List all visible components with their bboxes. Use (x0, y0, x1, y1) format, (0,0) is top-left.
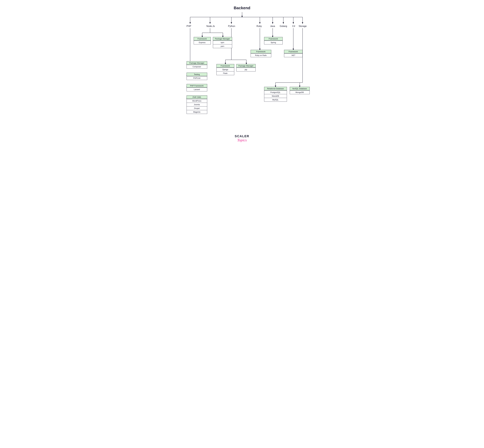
ruby-framework-header: Framework (251, 50, 271, 53)
php-cms-header: PHP CMS (187, 96, 207, 99)
php-framework-header: PHP Framework (187, 84, 207, 88)
php-pkg-header: Package Manager (187, 61, 207, 65)
csharp-framework-net: .NET (284, 53, 302, 57)
php-cms-node: PHP CMS WordPress Joomla Drupal Magento (187, 95, 207, 114)
page-title: Backend (178, 3, 306, 10)
python-framework-flask: Flask (217, 71, 234, 75)
relational-db-header: Relational Database (264, 87, 287, 90)
footer-scaler: SCALER (235, 134, 249, 138)
nodejs-framework-node: Framework Express (194, 37, 211, 44)
nosql-db-mongodb: MongoDB (290, 90, 309, 94)
footer: SCALER Topics (235, 134, 249, 142)
relational-db-node: Relational Database PostgreSQL MariaDB M… (264, 87, 287, 102)
ruby-framework-node: Framework Ruby on Rails (251, 50, 271, 57)
lang-python: Python (228, 25, 235, 27)
relational-db-postgresql: PostgreSQL (264, 90, 287, 94)
php-testing-header: Testing (187, 73, 207, 76)
python-framework-node: Framework Django Flask (216, 64, 234, 75)
python-pkg-node: Package Manager pip (236, 64, 256, 72)
relational-db-mysql: MySQL (264, 98, 287, 102)
php-pkg-composer: Composer (187, 65, 207, 68)
lang-php: PHP (187, 25, 191, 27)
lang-golang: Golang (280, 25, 287, 27)
lang-csharp: C# (292, 25, 295, 27)
nodejs-pkg-npm: npm (213, 40, 232, 44)
nodejs-pkg-yarn: yarn (213, 44, 232, 48)
php-testing-node: Testing PHPUnit (187, 72, 207, 80)
java-framework-spring: Spring (264, 40, 283, 44)
nosql-db-node: NoSQL Database MongoDB (290, 87, 310, 94)
php-cms-drupal: Drupal (187, 106, 207, 110)
python-pkg-header: Package Manager (237, 64, 255, 68)
python-pkg-pip: pip (237, 68, 255, 71)
lang-ruby: Ruby (257, 25, 262, 27)
relational-db-mariadb: MariaDB (264, 94, 287, 98)
php-cms-wordpress: WordPress (187, 99, 207, 103)
php-framework-laravel: Laravel (187, 88, 207, 91)
nodejs-framework-header: Framework (194, 37, 211, 40)
php-framework-node: PHP Framework Laravel (187, 84, 207, 91)
python-framework-django: Django (217, 68, 234, 71)
php-cms-magento: Magento (187, 110, 207, 114)
php-pkg-node: Package Manager Composer (187, 61, 207, 69)
nodejs-framework-express: Express (194, 40, 211, 44)
nosql-db-header: NoSQL Database (290, 87, 309, 90)
lang-nodejs: Node.Js (206, 25, 215, 27)
java-framework-node: Framework Spring (264, 37, 283, 44)
lang-storage: Storage (299, 25, 307, 27)
php-cms-joomla: Joomla (187, 103, 207, 106)
diagram-container: Backend (178, 3, 306, 145)
java-framework-header: Framework (264, 37, 283, 40)
php-testing-phpunit: PHPUnit (187, 76, 207, 80)
lang-java: Java (270, 25, 275, 27)
python-framework-header: Framework (217, 64, 234, 68)
footer-topics: Topics (235, 138, 249, 142)
nodejs-pkg-header: Package Manager (213, 37, 232, 40)
csharp-framework-node: Framework .NET (284, 50, 302, 57)
ruby-framework-ror: Ruby on Rails (251, 53, 271, 57)
nodejs-pkg-node: Package Manager npm yarn (213, 37, 232, 48)
csharp-framework-header: Framework (284, 50, 302, 53)
